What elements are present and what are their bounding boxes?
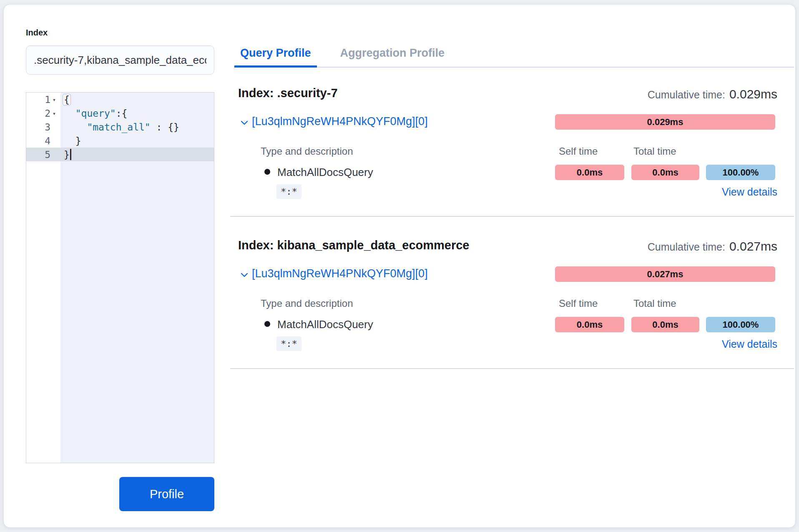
view-details-link[interactable]: View details [722, 338, 777, 350]
code-token: :{ [116, 108, 128, 119]
shard-id-link[interactable]: [Lu3qlmNgReWH4PNkQYF0Mg][0] [252, 267, 428, 280]
lucene-query-chip: *:* [276, 336, 302, 351]
col-header-type: Type and description [261, 146, 353, 157]
cumulative-time-label: Cumulative time: [648, 241, 725, 253]
line-number: 2 [45, 108, 50, 119]
query-row: MatchAllDocsQuery 0.0ms 0.0ms 100.00% [230, 165, 794, 180]
bullet-icon [264, 169, 270, 175]
line-number: 3 [45, 122, 50, 133]
editor-line-1[interactable]: 1 ▾ { [26, 93, 214, 106]
index-section-title: Index: .security-7 [238, 86, 338, 100]
total-time-badge: 0.0ms [631, 165, 699, 180]
line-number: 4 [45, 136, 50, 146]
view-details-link[interactable]: View details [722, 186, 777, 198]
chevron-down-icon[interactable] [239, 270, 249, 280]
detail-row: *:* View details [230, 183, 794, 201]
fold-arrow-icon[interactable]: ▾ [50, 96, 58, 103]
editor-line-4[interactable]: 4 } [26, 134, 214, 148]
code-token: : {} [151, 122, 179, 133]
shard-time-badge: 0.027ms [555, 266, 775, 282]
code-token [64, 122, 87, 133]
col-header-total: Total time [633, 298, 676, 309]
line-number: 5 [45, 149, 50, 160]
query-code-editor[interactable]: 1 ▾ { 2 ▾ "query":{ 3 "match_all" : {} 4 [26, 92, 214, 463]
shard-time-badge: 0.029ms [555, 114, 775, 130]
percent-badge: 100.00% [706, 317, 775, 332]
code-token: } [64, 136, 81, 146]
profile-button[interactable]: Profile [119, 477, 214, 511]
editor-line-5-active[interactable]: 5 } [26, 148, 214, 161]
self-time-badge: 0.0ms [555, 317, 624, 332]
code-token: } [64, 149, 70, 160]
cumulative-time-value: 0.029ms [729, 87, 777, 101]
shard-id-link[interactable]: [Lu3qlmNgReWH4PNkQYF0Mg][0] [252, 115, 428, 128]
query-type-label: MatchAllDocsQuery [277, 166, 373, 179]
fold-arrow-icon[interactable]: ▾ [50, 110, 58, 117]
shard-row: [Lu3qlmNgReWH4PNkQYF0Mg][0] 0.027ms [230, 266, 794, 282]
column-headers: Type and description Self time Total tim… [230, 146, 794, 158]
text-cursor [70, 149, 71, 160]
col-header-total: Total time [633, 146, 676, 157]
index-profile-section: Index: kibana_sample_data_ecommerce Cumu… [230, 236, 794, 369]
code-token: "match_all" [87, 122, 150, 133]
query-type-label: MatchAllDocsQuery [277, 318, 373, 331]
index-profile-section: Index: .security-7 Cumulative time: 0.02… [230, 83, 794, 217]
detail-row: *:* View details [230, 336, 794, 353]
tab-query-profile[interactable]: Query Profile [234, 39, 317, 68]
editor-line-2[interactable]: 2 ▾ "query":{ [26, 106, 214, 120]
index-section-title: Index: kibana_sample_data_ecommerce [238, 238, 470, 252]
search-profiler-panel: Index 1 ▾ { 2 ▾ "query":{ 3 "match_all" … [3, 4, 796, 528]
chevron-down-icon[interactable] [239, 118, 249, 128]
self-time-badge: 0.0ms [555, 165, 624, 180]
column-headers: Type and description Self time Total tim… [230, 298, 794, 310]
query-row: MatchAllDocsQuery 0.0ms 0.0ms 100.00% [230, 317, 794, 332]
percent-badge: 100.00% [706, 165, 775, 180]
col-header-self: Self time [559, 146, 598, 157]
cumulative-time-value: 0.027ms [729, 239, 777, 253]
total-time-badge: 0.0ms [631, 317, 699, 332]
lucene-query-chip: *:* [276, 184, 302, 199]
code-token: "query" [75, 108, 116, 119]
line-number: 1 [45, 94, 50, 105]
tab-aggregation-profile[interactable]: Aggregation Profile [334, 39, 451, 68]
code-token: { [63, 94, 71, 105]
editor-line-3[interactable]: 3 "match_all" : {} [26, 120, 214, 134]
col-header-type: Type and description [261, 298, 353, 309]
index-input[interactable] [26, 45, 214, 75]
code-token [64, 108, 75, 119]
col-header-self: Self time [559, 298, 598, 309]
bullet-icon [264, 321, 270, 327]
shard-row: [Lu3qlmNgReWH4PNkQYF0Mg][0] 0.029ms [230, 114, 794, 130]
cumulative-time-label: Cumulative time: [648, 89, 725, 101]
cumulative-time: Cumulative time: 0.029ms [648, 87, 777, 101]
profile-tabs: Query Profile Aggregation Profile [234, 39, 450, 68]
index-field-label: Index [26, 28, 48, 38]
cumulative-time: Cumulative time: 0.027ms [648, 239, 777, 253]
